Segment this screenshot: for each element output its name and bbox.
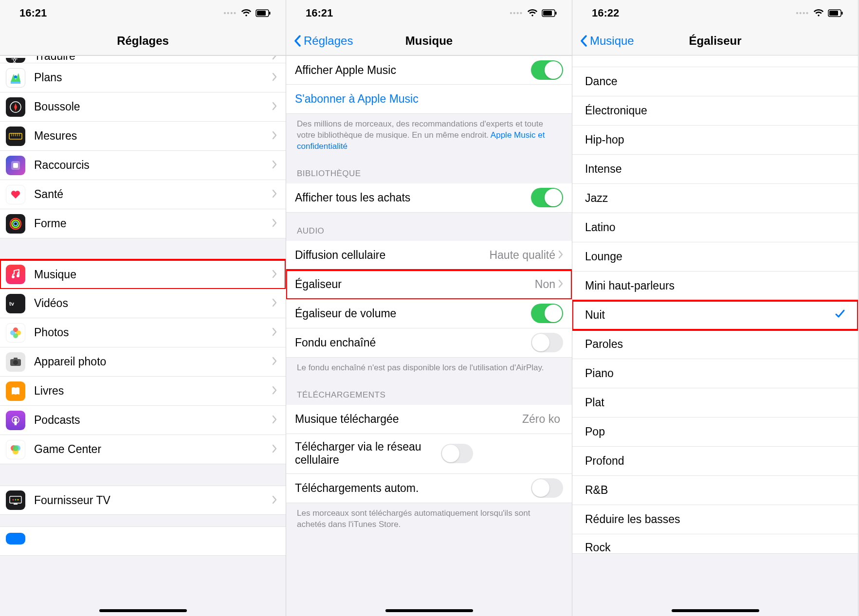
settings-row-photos[interactable]: Photos <box>0 318 286 347</box>
eq-option-label: Nuit <box>585 308 835 322</box>
settings-row-plans[interactable]: Plans <box>0 63 286 92</box>
row-cellular-streaming[interactable]: Diffusion cellulaire Haute qualité <box>286 241 572 270</box>
eq-option-partial-top[interactable] <box>572 55 858 67</box>
group-spacer <box>0 464 286 486</box>
gamecenter-icon <box>6 440 25 459</box>
music-settings-content[interactable]: Afficher Apple Music S'abonner à Apple M… <box>286 55 572 616</box>
camera-icon <box>6 352 25 372</box>
row-value: Non <box>535 278 555 291</box>
row-auto-downloads[interactable]: Téléchargements autom. <box>286 474 572 503</box>
eq-option[interactable]: Nuit <box>572 301 858 330</box>
settings-row-translate[interactable]: 文Traduire <box>0 55 286 63</box>
toggle-download-cellular[interactable] <box>441 444 473 463</box>
home-indicator[interactable] <box>99 609 187 612</box>
checkmark-icon <box>835 308 845 322</box>
toggle-crossfade[interactable] <box>531 333 563 352</box>
row-downloaded-music[interactable]: Musique téléchargée Zéro ko <box>286 405 572 434</box>
section-header-audio: AUDIO <box>286 213 572 241</box>
eq-option[interactable]: Intense <box>572 155 858 184</box>
eq-option[interactable]: Lounge <box>572 242 858 272</box>
row-volume-eq[interactable]: Égaliseur de volume <box>286 299 572 328</box>
back-label: Musique <box>590 34 634 48</box>
equalizer-content[interactable]: DanceÉlectroniqueHip-hopIntenseJazzLatin… <box>572 55 858 616</box>
row-label: Podcasts <box>34 414 272 427</box>
eq-option[interactable]: Profond <box>572 447 858 476</box>
wifi-icon <box>813 9 824 17</box>
eq-option[interactable]: Mini haut-parleurs <box>572 272 858 301</box>
back-button[interactable]: Réglages <box>294 34 353 48</box>
row-crossfade[interactable]: Fondu enchaîné <box>286 328 572 358</box>
settings-row-musique[interactable]: Musique <box>0 260 286 289</box>
row-label: Vidéos <box>34 297 272 310</box>
eq-option-label: Électronique <box>585 104 845 117</box>
settings-row-boussole[interactable]: Boussole <box>0 92 286 122</box>
settings-row-sante[interactable]: Santé <box>0 180 286 209</box>
row-label: Télécharger via le réseau cellulaire <box>295 440 441 467</box>
section-header-downloads: TÉLÉCHARGEMENTS <box>286 377 572 405</box>
eq-option[interactable]: Latino <box>572 213 858 242</box>
settings-row-mesures[interactable]: Mesures <box>0 122 286 151</box>
back-button[interactable]: Musique <box>580 34 634 48</box>
settings-row-forme[interactable]: Forme <box>0 209 286 238</box>
settings-group-3: Fournisseur TV <box>0 486 286 515</box>
eq-option[interactable]: Piano <box>572 359 858 388</box>
eq-option-label: Intense <box>585 163 845 176</box>
group-spacer <box>0 238 286 260</box>
eq-option[interactable]: Jazz <box>572 184 858 213</box>
toggle-show-apple-music[interactable] <box>531 60 563 80</box>
settings-row-camera[interactable]: Appareil photo <box>0 347 286 377</box>
eq-option[interactable]: Plat <box>572 388 858 417</box>
battery-icon <box>256 9 271 17</box>
musique-icon <box>6 265 25 284</box>
battery-icon <box>542 9 557 17</box>
svg-point-35 <box>13 499 14 501</box>
row-equalizer[interactable]: Égaliseur Non <box>286 270 572 299</box>
toggle-auto-downloads[interactable] <box>531 478 563 498</box>
toggle-show-purchases[interactable] <box>531 188 563 207</box>
page-title: Musique <box>405 34 453 48</box>
settings-row-gamecenter[interactable]: Game Center <box>0 435 286 464</box>
home-indicator[interactable] <box>385 609 473 612</box>
eq-option[interactable]: Paroles <box>572 330 858 359</box>
eq-option[interactable]: Réduire les basses <box>572 505 858 534</box>
settings-row-livres[interactable]: Livres <box>0 377 286 406</box>
svg-rect-2 <box>269 12 271 15</box>
chevron-right-icon <box>272 355 277 368</box>
screen-music-settings: 16:21 •••• Réglages Musique Afficher App… <box>286 0 572 616</box>
settings-row-partial[interactable] <box>0 526 286 556</box>
row-label: Égaliseur de volume <box>295 307 531 320</box>
status-bar: 16:22 •••• <box>572 0 858 26</box>
mesures-icon <box>6 127 25 146</box>
settings-content[interactable]: 文TraduirePlansBoussoleMesuresRaccourcisS… <box>0 55 286 616</box>
svg-point-27 <box>14 418 17 421</box>
row-download-cellular[interactable]: Télécharger via le réseau cellulaire <box>286 434 572 474</box>
row-value: Haute qualité <box>489 249 555 262</box>
row-show-purchases[interactable]: Afficher tous les achats <box>286 183 572 213</box>
settings-row-videos[interactable]: tvVidéos <box>0 289 286 318</box>
photos-icon <box>6 323 25 343</box>
livres-icon <box>6 381 25 401</box>
row-subscribe-apple-music[interactable]: S'abonner à Apple Music <box>286 85 572 114</box>
eq-option[interactable]: Rock <box>572 534 858 554</box>
nav-bar: Musique Égaliseur <box>572 26 858 55</box>
row-label: Photos <box>34 326 272 339</box>
cellular-icon: •••• <box>796 9 809 17</box>
row-show-apple-music[interactable]: Afficher Apple Music <box>286 55 572 85</box>
eq-option-label: Hip-hop <box>585 133 845 146</box>
svg-rect-39 <box>543 11 552 16</box>
videos-icon: tv <box>6 294 25 313</box>
eq-option-label: Pop <box>585 425 845 438</box>
eq-option[interactable]: Électronique <box>572 96 858 126</box>
eq-option[interactable]: Dance <box>572 67 858 96</box>
eq-option[interactable]: R&B <box>572 476 858 505</box>
settings-row-podcasts[interactable]: Podcasts <box>0 406 286 435</box>
home-indicator[interactable] <box>672 609 759 612</box>
row-label: Afficher tous les achats <box>295 191 531 204</box>
settings-row-raccourcis[interactable]: Raccourcis <box>0 151 286 180</box>
eq-option[interactable]: Hip-hop <box>572 126 858 155</box>
toggle-volume-eq[interactable] <box>531 304 563 323</box>
settings-row-tv[interactable]: Fournisseur TV <box>0 486 286 515</box>
eq-option[interactable]: Pop <box>572 417 858 447</box>
page-title: Réglages <box>117 34 169 48</box>
row-label: Musique téléchargée <box>295 413 522 426</box>
